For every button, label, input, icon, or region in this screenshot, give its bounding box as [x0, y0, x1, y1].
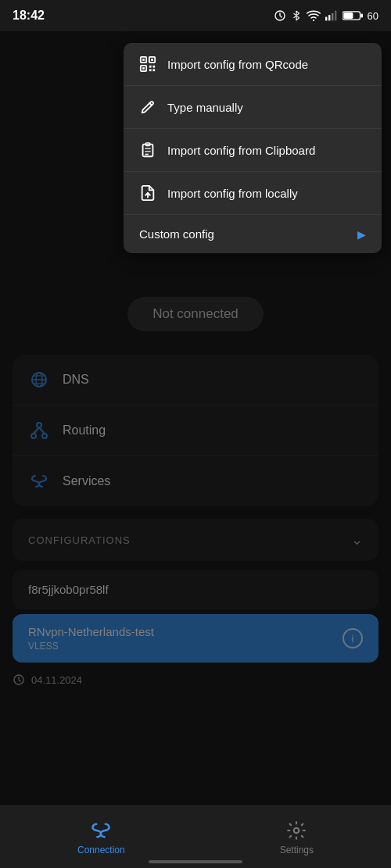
svg-rect-29: [152, 69, 155, 71]
nav-item-connection[interactable]: Connection: [52, 813, 150, 862]
menu-label-import-locally: Import config from locally: [167, 187, 366, 200]
svg-line-30: [149, 103, 152, 106]
menu-item-custom-config[interactable]: Custom config ▶: [124, 215, 382, 253]
svg-rect-4: [332, 13, 333, 21]
status-icons: 60: [274, 9, 378, 22]
nav-item-settings[interactable]: Settings: [255, 813, 339, 862]
svg-rect-3: [328, 15, 330, 20]
menu-label-custom-config: Custom config: [139, 227, 346, 241]
menu-item-import-qr[interactable]: Import config from QRcode: [124, 43, 382, 86]
menu-item-import-locally[interactable]: Import config from locally: [124, 172, 382, 215]
qr-icon: [139, 55, 156, 73]
svg-rect-27: [152, 66, 155, 68]
menu-label-import-qr: Import config from QRcode: [167, 58, 366, 71]
svg-rect-8: [343, 13, 353, 19]
menu-label-import-clipboard: Import config from Clipboard: [167, 144, 366, 157]
status-time: 18:42: [13, 9, 45, 23]
nav-label-settings: Settings: [280, 845, 314, 855]
menu-item-type-manually[interactable]: Type manually: [124, 86, 382, 129]
clock-icon: [274, 9, 286, 22]
home-indicator: [149, 860, 242, 863]
pencil-icon: [139, 98, 156, 116]
battery-icon: [343, 10, 363, 21]
svg-rect-2: [325, 17, 327, 21]
svg-rect-5: [335, 11, 336, 21]
dropdown-menu: Import config from QRcode Type manually …: [124, 43, 382, 253]
connection-nav-icon: [90, 820, 112, 841]
menu-item-import-clipboard[interactable]: Import config from Clipboard: [124, 129, 382, 172]
svg-rect-24: [151, 59, 153, 61]
clipboard-icon: [139, 141, 156, 159]
arrow-right-icon: ▶: [357, 228, 366, 241]
svg-rect-25: [142, 67, 145, 70]
status-bar: 18:42 60: [0, 0, 391, 31]
svg-point-37: [294, 827, 300, 833]
bottom-nav: Connection Settings: [0, 805, 391, 868]
wifi-icon: [307, 10, 321, 21]
svg-rect-26: [149, 66, 152, 68]
gear-nav-icon: [285, 820, 307, 841]
svg-rect-23: [142, 59, 145, 61]
file-upload-icon: [139, 184, 156, 202]
bluetooth-icon: [291, 9, 302, 22]
signal-icon: [325, 10, 338, 21]
svg-rect-7: [361, 13, 363, 17]
svg-rect-28: [149, 69, 152, 71]
menu-label-type-manually: Type manually: [167, 101, 366, 114]
nav-label-connection: Connection: [77, 845, 125, 855]
battery-level: 60: [368, 10, 378, 22]
svg-point-1: [312, 20, 314, 21]
